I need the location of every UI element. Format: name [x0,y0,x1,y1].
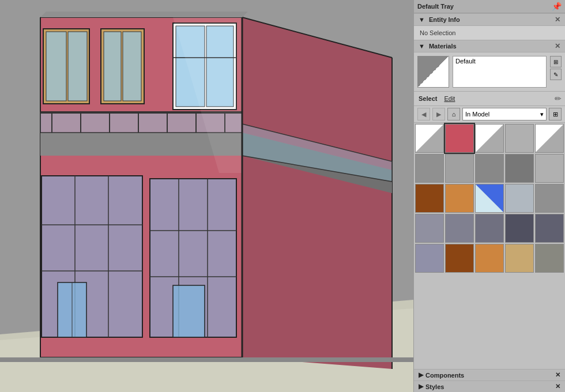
swatch-10[interactable] [415,184,444,213]
swatch-11[interactable] [445,184,474,213]
swatch-0[interactable] [415,124,444,153]
entity-info-arrow: ▼ [419,16,425,23]
nav-browse-button[interactable]: ⊞ [549,108,562,120]
components-section[interactable]: ▶ Components ✕ [414,369,565,380]
entity-info-header[interactable]: ▼ Entity Info ✕ [414,13,565,26]
swatch-16[interactable] [445,214,474,243]
styles-section[interactable]: ▶ Styles ✕ [414,380,565,392]
svg-rect-24 [46,32,66,101]
entity-info-label: Entity Info [429,16,460,23]
material-preview-row: Default ⊞ ✎ [414,52,565,92]
entity-info-content: No Selection [414,26,565,40]
material-library-dropdown[interactable]: In Model ▾ [462,108,547,120]
svg-rect-25 [68,32,87,101]
material-action-btn-2[interactable]: ✎ [550,69,562,80]
swatch-20[interactable] [415,244,444,273]
swatch-6[interactable] [445,154,474,183]
swatches-grid: Brick, Common [415,124,564,273]
tray-title: Default Tray [417,3,454,10]
pin-icon[interactable]: 📌 [552,2,562,11]
swatch-3[interactable] [505,124,534,153]
swatch-14[interactable] [535,184,564,213]
tab-edit[interactable]: Edit [443,95,456,103]
swatch-1[interactable]: Brick, Common [445,124,474,153]
svg-marker-48 [40,12,248,17]
swatch-22[interactable] [475,244,504,273]
dropdown-value: In Model [465,111,489,118]
materials-content: Default ⊞ ✎ Select Edit ✏ ◀ ▶ ⌂ In Model… [414,52,565,369]
tray-header: Default Tray 📌 [414,0,565,13]
swatch-24[interactable] [535,244,564,273]
swatch-23[interactable] [505,244,534,273]
entity-info-close[interactable]: ✕ [555,16,560,24]
svg-rect-28 [123,32,141,101]
swatch-4[interactable] [535,124,564,153]
svg-rect-45 [173,285,205,337]
materials-label: Materials [429,43,457,50]
material-name: Default [455,58,476,65]
swatch-13[interactable] [505,184,534,213]
components-close[interactable]: ✕ [555,371,560,379]
materials-header[interactable]: ▼ Materials ✕ [414,40,565,52]
styles-arrow: ▶ [419,383,423,390]
swatches-container[interactable]: Brick, Common [414,123,565,369]
dropdown-arrow: ▾ [540,111,544,118]
nav-forward-button[interactable]: ▶ [432,108,445,120]
swatch-21[interactable] [445,244,474,273]
swatch-2[interactable] [475,124,504,153]
materials-arrow: ▼ [419,43,425,50]
material-tabs: Select Edit ✏ [414,92,565,106]
svg-rect-27 [104,32,121,101]
swatch-5[interactable] [415,154,444,183]
material-nav: ◀ ▶ ⌂ In Model ▾ ⊞ [414,106,565,123]
swatch-8[interactable] [505,154,534,183]
svg-rect-46 [0,357,413,362]
styles-label: Styles [425,383,444,390]
swatch-18[interactable] [505,214,534,243]
nav-back-button[interactable]: ◀ [417,108,430,120]
right-panel: Default Tray 📌 ▼ Entity Info ✕ No Select… [413,0,565,392]
svg-marker-4 [242,17,392,369]
material-name-box: Default [453,56,547,88]
swatch-7[interactable] [475,154,504,183]
material-action-btn-1[interactable]: ⊞ [550,56,562,67]
swatch-9[interactable] [535,154,564,183]
material-action-buttons: ⊞ ✎ [550,56,562,88]
nav-home-button[interactable]: ⌂ [447,108,460,120]
swatch-12[interactable] [475,184,504,213]
tab-select[interactable]: Select [417,95,438,103]
styles-close[interactable]: ✕ [555,383,560,390]
swatch-17[interactable] [475,214,504,243]
material-preview-swatch [417,56,449,88]
svg-rect-33 [42,176,142,337]
viewport-3d[interactable] [0,0,413,392]
swatch-19[interactable] [535,214,564,243]
swatch-15[interactable] [415,214,444,243]
components-arrow: ▶ [419,371,423,379]
materials-close[interactable]: ✕ [555,42,560,50]
components-label: Components [425,372,464,379]
pencil-icon[interactable]: ✏ [555,94,562,103]
entity-info-status: No Selection [420,29,455,36]
